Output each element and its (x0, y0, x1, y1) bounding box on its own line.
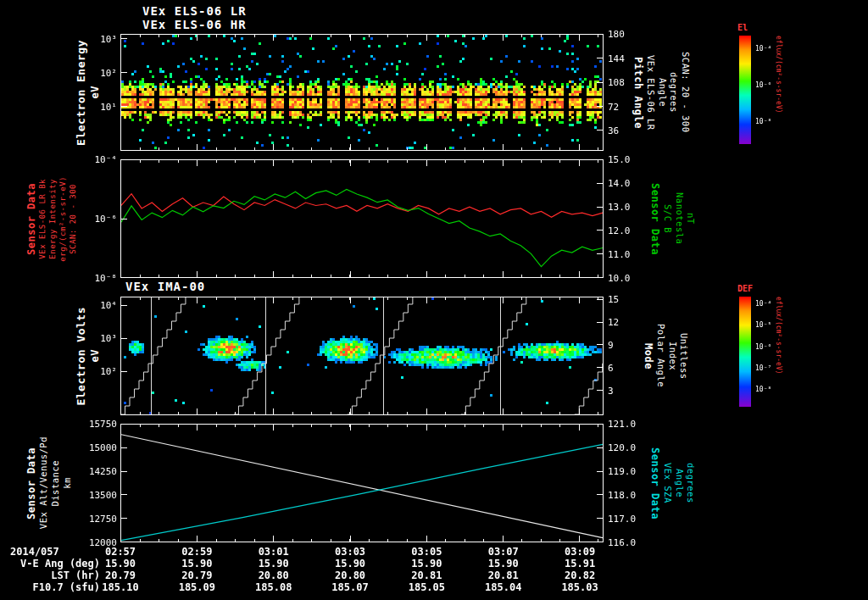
y2-axis-tick-label: 121.0 (608, 419, 636, 430)
els-y2-axis-unit: degrees (669, 72, 680, 113)
altitude-y2-axis-label-line: Angle (674, 469, 685, 497)
y2-axis-tick-label: 36 (608, 125, 619, 136)
bottom-row-value: 15.90 (105, 558, 136, 569)
y-axis-tick-label: 13500 (64, 490, 117, 501)
altitude-y2-axis-label-line: Sensor Data (649, 447, 661, 519)
ima-colorbar-unit-label: eflux/(cm²-s-sr-eV) (775, 297, 782, 407)
y-axis-tick-label: 12750 (64, 514, 117, 525)
altitude-y2-axis-label-line: VEx SZA (662, 463, 673, 503)
time-tick-label: 03:07 (488, 546, 519, 558)
y2-axis-tick-label: 120.0 (608, 442, 636, 453)
intensity-y2-axis-label: Sensor Data S/C B Nanotesla nT (649, 159, 696, 278)
els-y2-axis-label-line: Pitch Angle (632, 57, 644, 129)
intensity-y2-axis-unit: nT (686, 213, 697, 225)
ima-y2-axis-label-line: Index (667, 342, 678, 370)
els-y2-axis-label-line: SCAN: 20 - 300 (680, 52, 691, 133)
y2-axis-tick-label: 15 (608, 293, 619, 304)
bottom-row-label: F10.7 (sfu) (0, 581, 100, 593)
bottom-row-value: 15.90 (488, 558, 519, 569)
y2-axis-tick-label: 6 (608, 362, 614, 373)
bottom-row-value: 185.09 (179, 581, 215, 593)
els-y-axis-unit: eV (89, 86, 101, 98)
ima-y2-axis-unit: Unitless (679, 333, 690, 380)
bottom-row-value: 185.04 (485, 581, 521, 593)
bottom-row-value: 20.79 (181, 569, 212, 581)
bottom-row-label: V-E Ang (deg) (0, 558, 100, 569)
bottom-row-value: 20.82 (565, 569, 595, 581)
y2-axis-tick-label: 72 (608, 101, 619, 112)
intensity-y-axis-label-line: VEx ELS-06 LR Bk (38, 179, 47, 259)
els-colorbar: El eflux/(cm²-s-sr-eV) (739, 36, 790, 144)
intensity-bfield-canvas (120, 159, 604, 278)
intensity-y2-axis-label-line: Sensor Data (649, 183, 661, 255)
ima-y-axis-unit: eV (89, 349, 101, 362)
els-colorbar-title: El (737, 23, 748, 32)
y2-axis-tick-label: 180 (608, 29, 625, 40)
y-axis-tick-label: 15750 (64, 419, 117, 430)
bottom-row-value: 20.79 (105, 569, 136, 581)
els-y2-axis-label-line: Angle (657, 78, 668, 107)
ima-y2-axis-label: Mode Polar Angle Index Unitless (643, 297, 689, 415)
plot-window: VEx ELS-06 LR VEx ELS-06 HR VEx IMA-00 E… (0, 0, 868, 600)
ima-spectrogram-canvas (120, 297, 604, 415)
altitude-y-axis-label-line: Sensor Data (25, 447, 37, 519)
y2-axis-tick-label: 10.0 (608, 273, 631, 284)
y2-axis-tick-label: 144 (608, 53, 625, 64)
y-axis-tick-label: 12000 (64, 537, 117, 548)
altitude-y2-axis-label: Sensor Data VEx SZA Angle degrees (649, 424, 696, 542)
ima-colorbar-gradient (739, 297, 751, 407)
els-colorbar-unit-label: eflux/(cm²-s-sr-eV) (775, 36, 782, 144)
intensity-y-axis-label-line: SCAN: 20 - 300 (69, 184, 78, 254)
altitude-y2-axis-unit: degrees (686, 463, 697, 503)
y-axis-tick-label: 15000 (64, 442, 117, 453)
y2-axis-tick-label: 3 (608, 385, 614, 396)
altitude-y-axis-label: Sensor Data VEx Alt/Venus/Pd Distance km (25, 424, 72, 542)
ima-title: VEx IMA-00 (125, 280, 205, 293)
bottom-row-value: 20.81 (411, 569, 442, 581)
bottom-row-value: 20.80 (335, 569, 365, 581)
time-tick-label: 03:05 (411, 546, 442, 558)
altitude-y-axis-label-line: Distance (50, 460, 61, 507)
els-y-axis-label-line: Electron Energy (75, 40, 88, 146)
y2-axis-tick-label: 12.0 (608, 225, 631, 236)
time-tick-label: 02:59 (181, 546, 212, 558)
bottom-row-value: 15.90 (259, 558, 289, 569)
els-spectrogram-canvas (120, 34, 604, 151)
date-label: 2014/057 (10, 546, 59, 558)
els-y-axis-label: Electron Energy eV (75, 34, 101, 151)
bottom-row-value: 185.08 (255, 581, 292, 593)
altitude-sza-canvas (120, 424, 604, 542)
y2-axis-tick-label: 9 (608, 339, 614, 350)
els-title-lr: VEx ELS-06 LR (142, 4, 247, 18)
bottom-row-value: 185.03 (561, 581, 598, 593)
time-tick-label: 02:57 (105, 546, 136, 558)
els-y2-axis-label: Pitch Angle VEx ELS-06 LR Angle degrees … (632, 34, 691, 151)
altitude-y-axis-label-line: VEx Alt/Venus/Pd (38, 436, 49, 529)
bottom-row-value: 20.81 (488, 569, 519, 581)
y-axis-tick-label: 14250 (64, 466, 117, 477)
ima-y2-axis-label-line: Polar Angle (655, 324, 666, 387)
bottom-row-value: 15.91 (565, 558, 595, 569)
intensity-y2-axis-label-line: Nanotesla (674, 192, 685, 244)
ima-colorbar-title: DEF (737, 284, 753, 293)
y2-axis-tick-label: 15.0 (608, 154, 631, 165)
bottom-row-value: 185.05 (409, 581, 445, 593)
intensity-y-axis-label-line: Sensor Data (25, 183, 37, 255)
y2-axis-tick-label: 118.0 (608, 490, 636, 501)
ima-y-axis-label-line: Electron Volts (75, 307, 88, 406)
ima-y2-axis-label-line: Mode (643, 343, 654, 369)
altitude-y-axis-unit: km (62, 477, 73, 489)
bottom-row-value: 20.80 (259, 569, 289, 581)
time-tick-label: 03:03 (335, 546, 365, 558)
y2-axis-tick-label: 13.0 (608, 202, 631, 213)
time-tick-label: 03:01 (259, 546, 289, 558)
bottom-row-value: 15.90 (411, 558, 442, 569)
ima-colorbar: DEF eflux/(cm²-s-sr-eV) (739, 297, 790, 407)
intensity-y-axis-label-line: Energy Intensity (48, 179, 58, 259)
bottom-row-value: 185.07 (331, 581, 368, 593)
intensity-y-axis-label: Sensor Data VEx ELS-06 LR Bk Energy Inte… (25, 159, 78, 278)
y2-axis-tick-label: 12 (608, 316, 619, 327)
intensity-y2-axis-label-line: S/C B (662, 204, 673, 233)
y2-axis-tick-label: 11.0 (608, 249, 631, 260)
intensity-y-axis-unit: erg/(cm²-s-sr-eV) (58, 176, 68, 262)
